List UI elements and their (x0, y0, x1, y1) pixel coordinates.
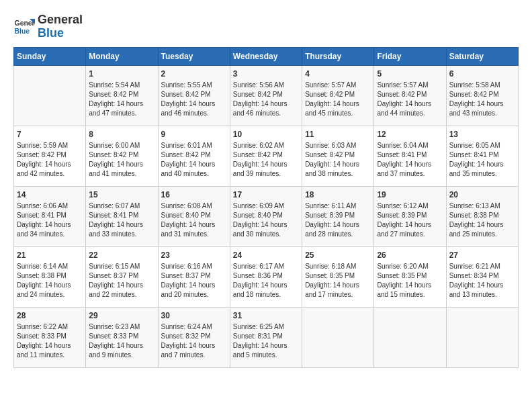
weekday-header-tuesday: Tuesday (158, 47, 230, 65)
calendar-cell: 7Sunrise: 5:59 AM Sunset: 8:42 PM Daylig… (14, 126, 86, 186)
day-number: 12 (377, 129, 443, 140)
day-number: 30 (161, 310, 227, 322)
day-number: 10 (233, 129, 299, 140)
calendar-cell: 17Sunrise: 6:09 AM Sunset: 8:40 PM Dayli… (230, 186, 302, 246)
calendar-cell: 2Sunrise: 5:55 AM Sunset: 8:42 PM Daylig… (158, 65, 230, 126)
calendar-cell: 11Sunrise: 6:03 AM Sunset: 8:42 PM Dayli… (302, 126, 374, 186)
day-info: Sunrise: 5:56 AM Sunset: 8:42 PM Dayligh… (233, 81, 299, 118)
calendar-cell: 25Sunrise: 6:18 AM Sunset: 8:35 PM Dayli… (302, 246, 374, 307)
calendar-cell (302, 307, 374, 367)
day-info: Sunrise: 6:18 AM Sunset: 8:35 PM Dayligh… (305, 262, 371, 300)
day-number: 4 (305, 68, 371, 80)
calendar-cell: 31Sunrise: 6:25 AM Sunset: 8:31 PM Dayli… (230, 307, 302, 367)
day-info: Sunrise: 6:05 AM Sunset: 8:41 PM Dayligh… (449, 141, 515, 179)
day-number: 3 (233, 68, 299, 80)
day-number: 20 (449, 189, 515, 201)
day-info: Sunrise: 5:57 AM Sunset: 8:42 PM Dayligh… (377, 81, 443, 118)
day-info: Sunrise: 6:01 AM Sunset: 8:42 PM Dayligh… (161, 141, 227, 179)
day-info: Sunrise: 6:24 AM Sunset: 8:32 PM Dayligh… (161, 322, 227, 360)
logo: General Blue General Blue (13, 13, 83, 40)
day-info: Sunrise: 6:00 AM Sunset: 8:42 PM Dayligh… (89, 141, 154, 179)
day-info: Sunrise: 6:23 AM Sunset: 8:33 PM Dayligh… (89, 322, 154, 360)
calendar-cell: 9Sunrise: 6:01 AM Sunset: 8:42 PM Daylig… (158, 126, 230, 186)
calendar-cell: 1Sunrise: 5:54 AM Sunset: 8:42 PM Daylig… (86, 65, 158, 126)
day-info: Sunrise: 6:22 AM Sunset: 8:33 PM Dayligh… (17, 322, 83, 360)
calendar-cell: 14Sunrise: 6:06 AM Sunset: 8:41 PM Dayli… (14, 186, 86, 246)
calendar-cell: 22Sunrise: 6:15 AM Sunset: 8:37 PM Dayli… (86, 246, 158, 307)
day-info: Sunrise: 5:58 AM Sunset: 8:42 PM Dayligh… (449, 81, 515, 118)
svg-text:Blue: Blue (15, 27, 30, 34)
calendar-cell: 28Sunrise: 6:22 AM Sunset: 8:33 PM Dayli… (14, 307, 86, 367)
calendar-cell: 26Sunrise: 6:20 AM Sunset: 8:35 PM Dayli… (374, 246, 446, 307)
calendar-cell: 5Sunrise: 5:57 AM Sunset: 8:42 PM Daylig… (374, 65, 446, 126)
day-info: Sunrise: 6:17 AM Sunset: 8:36 PM Dayligh… (233, 262, 299, 300)
calendar-cell: 27Sunrise: 6:21 AM Sunset: 8:34 PM Dayli… (446, 246, 518, 307)
calendar-cell: 24Sunrise: 6:17 AM Sunset: 8:36 PM Dayli… (230, 246, 302, 307)
logo-text: General Blue (38, 13, 83, 40)
day-info: Sunrise: 6:08 AM Sunset: 8:40 PM Dayligh… (161, 201, 227, 239)
weekday-header-monday: Monday (86, 47, 158, 65)
day-number: 31 (233, 310, 299, 322)
day-number: 26 (377, 250, 443, 261)
day-number: 11 (305, 129, 371, 140)
day-number: 25 (305, 250, 371, 261)
weekday-header-saturday: Saturday (446, 47, 518, 65)
day-number: 5 (377, 68, 443, 80)
day-number: 28 (17, 310, 83, 322)
day-number: 13 (449, 129, 515, 140)
day-info: Sunrise: 6:12 AM Sunset: 8:39 PM Dayligh… (377, 201, 443, 239)
day-number: 6 (449, 68, 515, 80)
day-info: Sunrise: 6:11 AM Sunset: 8:39 PM Dayligh… (305, 201, 371, 239)
day-info: Sunrise: 6:14 AM Sunset: 8:38 PM Dayligh… (17, 262, 83, 300)
calendar-cell: 18Sunrise: 6:11 AM Sunset: 8:39 PM Dayli… (302, 186, 374, 246)
calendar-cell: 21Sunrise: 6:14 AM Sunset: 8:38 PM Dayli… (14, 246, 86, 307)
day-info: Sunrise: 6:16 AM Sunset: 8:37 PM Dayligh… (161, 262, 227, 300)
calendar-cell: 4Sunrise: 5:57 AM Sunset: 8:42 PM Daylig… (302, 65, 374, 126)
calendar-cell: 29Sunrise: 6:23 AM Sunset: 8:33 PM Dayli… (86, 307, 158, 367)
day-number: 15 (89, 189, 154, 201)
weekday-header-thursday: Thursday (302, 47, 374, 65)
calendar-cell: 16Sunrise: 6:08 AM Sunset: 8:40 PM Dayli… (158, 186, 230, 246)
day-number: 9 (161, 129, 227, 140)
day-info: Sunrise: 6:13 AM Sunset: 8:38 PM Dayligh… (449, 201, 515, 239)
calendar-cell: 10Sunrise: 6:02 AM Sunset: 8:42 PM Dayli… (230, 126, 302, 186)
calendar-cell: 13Sunrise: 6:05 AM Sunset: 8:41 PM Dayli… (446, 126, 518, 186)
calendar-cell (14, 65, 86, 126)
calendar-cell: 19Sunrise: 6:12 AM Sunset: 8:39 PM Dayli… (374, 186, 446, 246)
weekday-header-friday: Friday (374, 47, 446, 65)
weekday-header-row: SundayMondayTuesdayWednesdayThursdayFrid… (14, 47, 519, 65)
calendar-week-row: 7Sunrise: 5:59 AM Sunset: 8:42 PM Daylig… (14, 126, 519, 186)
day-info: Sunrise: 6:09 AM Sunset: 8:40 PM Dayligh… (233, 201, 299, 239)
day-number: 24 (233, 250, 299, 261)
day-number: 27 (449, 250, 515, 261)
calendar-cell: 15Sunrise: 6:07 AM Sunset: 8:41 PM Dayli… (86, 186, 158, 246)
day-info: Sunrise: 6:07 AM Sunset: 8:41 PM Dayligh… (89, 201, 154, 239)
calendar-cell: 20Sunrise: 6:13 AM Sunset: 8:38 PM Dayli… (446, 186, 518, 246)
day-info: Sunrise: 6:03 AM Sunset: 8:42 PM Dayligh… (305, 141, 371, 179)
calendar-week-row: 21Sunrise: 6:14 AM Sunset: 8:38 PM Dayli… (14, 246, 519, 307)
calendar-cell: 3Sunrise: 5:56 AM Sunset: 8:42 PM Daylig… (230, 65, 302, 126)
weekday-header-wednesday: Wednesday (230, 47, 302, 65)
day-number: 18 (305, 189, 371, 201)
day-number: 2 (161, 68, 227, 80)
day-number: 23 (161, 250, 227, 261)
calendar-week-row: 1Sunrise: 5:54 AM Sunset: 8:42 PM Daylig… (14, 65, 519, 126)
day-info: Sunrise: 6:04 AM Sunset: 8:41 PM Dayligh… (377, 141, 443, 179)
day-info: Sunrise: 5:54 AM Sunset: 8:42 PM Dayligh… (89, 81, 154, 118)
day-info: Sunrise: 6:21 AM Sunset: 8:34 PM Dayligh… (449, 262, 515, 300)
day-number: 19 (377, 189, 443, 201)
day-info: Sunrise: 6:02 AM Sunset: 8:42 PM Dayligh… (233, 141, 299, 179)
calendar-cell: 6Sunrise: 5:58 AM Sunset: 8:42 PM Daylig… (446, 65, 518, 126)
day-number: 14 (17, 189, 83, 201)
calendar-week-row: 14Sunrise: 6:06 AM Sunset: 8:41 PM Dayli… (14, 186, 519, 246)
calendar-cell: 8Sunrise: 6:00 AM Sunset: 8:42 PM Daylig… (86, 126, 158, 186)
calendar-cell: 30Sunrise: 6:24 AM Sunset: 8:32 PM Dayli… (158, 307, 230, 367)
day-number: 22 (89, 250, 154, 261)
calendar-cell: 23Sunrise: 6:16 AM Sunset: 8:37 PM Dayli… (158, 246, 230, 307)
day-number: 7 (17, 129, 83, 140)
day-number: 16 (161, 189, 227, 201)
day-number: 21 (17, 250, 83, 261)
day-info: Sunrise: 6:15 AM Sunset: 8:37 PM Dayligh… (89, 262, 154, 300)
day-number: 29 (89, 310, 154, 322)
logo-icon: General Blue (13, 16, 35, 38)
